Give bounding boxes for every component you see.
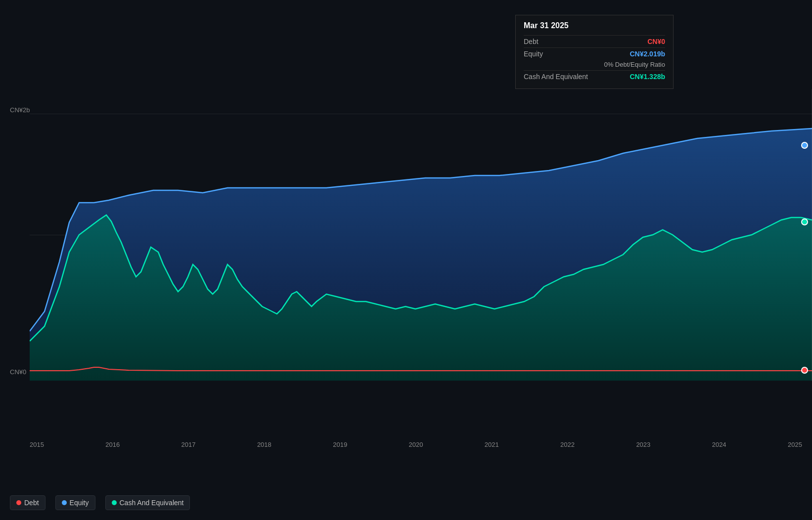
legend-dot-debt	[16, 500, 21, 505]
x-label-2025: 2025	[788, 441, 802, 448]
tooltip-equity-value: CN¥2.019b	[630, 50, 665, 58]
x-label-2018: 2018	[257, 441, 271, 448]
x-label-2021: 2021	[485, 441, 499, 448]
tooltip-equity-label: Equity	[524, 50, 543, 58]
tooltip-row-cash: Cash And Equivalent CN¥1.328b	[524, 70, 665, 83]
x-label-2022: 2022	[560, 441, 575, 448]
tooltip-cash-value: CN¥1.328b	[630, 73, 665, 81]
y-label-top: CN¥2b	[10, 106, 30, 114]
legend-item-debt[interactable]: Debt	[10, 495, 45, 510]
tooltip-row-debt: Debt CN¥0	[524, 35, 665, 47]
chart-container: CN¥2b CN¥0	[0, 0, 812, 520]
legend-label-debt: Debt	[24, 499, 39, 507]
tooltip-debt-value: CN¥0	[647, 38, 665, 45]
x-axis-labels: 2015 2016 2017 2018 2019 2020 2021 2022 …	[30, 441, 802, 448]
x-label-2023: 2023	[636, 441, 650, 448]
y-label-bottom: CN¥0	[10, 368, 26, 376]
legend-label-cash: Cash And Equivalent	[120, 499, 184, 507]
tooltip-debt-label: Debt	[524, 38, 539, 45]
cash-end-dot	[801, 218, 808, 225]
x-label-2019: 2019	[333, 441, 347, 448]
x-label-2016: 2016	[105, 441, 120, 448]
tooltip-ratio: 0% Debt/Equity Ratio	[524, 60, 665, 70]
x-label-2015: 2015	[30, 441, 44, 448]
debt-end-dot	[801, 367, 808, 374]
legend-dot-equity	[62, 500, 67, 505]
tooltip-ratio-label: 0% Debt/Equity Ratio	[604, 61, 665, 68]
tooltip-date: Mar 31 2025	[524, 21, 665, 30]
tooltip: Mar 31 2025 Debt CN¥0 Equity CN¥2.019b 0…	[515, 15, 674, 89]
chart-legend: Debt Equity Cash And Equivalent	[10, 495, 190, 510]
legend-label-equity: Equity	[70, 499, 89, 507]
legend-item-equity[interactable]: Equity	[55, 495, 95, 510]
tooltip-cash-label: Cash And Equivalent	[524, 73, 588, 81]
x-label-2024: 2024	[712, 441, 726, 448]
tooltip-row-equity: Equity CN¥2.019b	[524, 47, 665, 60]
x-label-2017: 2017	[181, 441, 196, 448]
chart-svg	[30, 89, 812, 381]
legend-dot-cash	[112, 500, 117, 505]
x-label-2020: 2020	[408, 441, 423, 448]
equity-end-dot	[801, 142, 808, 149]
legend-item-cash[interactable]: Cash And Equivalent	[105, 495, 190, 510]
